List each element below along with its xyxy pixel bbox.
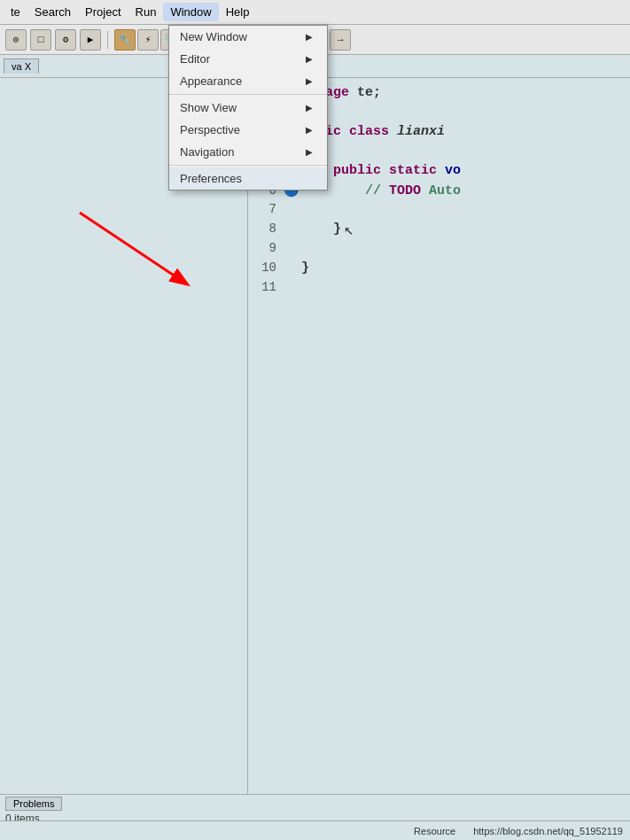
menu-sep-2 <box>169 165 327 166</box>
svg-line-1 <box>80 213 186 284</box>
tab-label: va X <box>12 61 31 72</box>
toolbar-icon-1[interactable]: 🔧 <box>114 29 136 51</box>
menu-label-perspective: Perspective <box>180 123 240 136</box>
menu-item-navigation[interactable]: Navigation ▶ <box>169 141 327 163</box>
line-num-7: 7 <box>248 202 284 216</box>
menu-label-navigation: Navigation <box>180 145 234 159</box>
code-close-outer: } <box>301 261 309 276</box>
menubar: te Search Project Run Window Help <box>0 0 630 25</box>
menu-label-editor: Editor <box>180 52 210 66</box>
status-url: https://blog.csdn.net/qq_51952119 <box>473 826 623 836</box>
code-close-inner: } <box>301 222 341 237</box>
menubar-run[interactable]: Run <box>128 3 164 21</box>
menu-label-show-view: Show View <box>180 101 237 114</box>
problems-tab[interactable]: Problems <box>5 797 62 811</box>
toolbar-btn-4[interactable]: ▶ <box>80 29 101 51</box>
annotation-arrow <box>53 204 213 315</box>
toolbar-sep-1 <box>107 31 108 49</box>
menubar-window[interactable]: Window <box>163 3 218 21</box>
menu-item-show-view[interactable]: Show View ▶ <box>169 97 327 119</box>
menu-arrow-navigation: ▶ <box>306 147 313 157</box>
menubar-project[interactable]: Project <box>78 3 128 21</box>
code-line-10: 10 } <box>248 261 630 280</box>
toolbar-icon-2[interactable]: ⚡ <box>137 29 159 51</box>
line-num-10: 10 <box>248 261 284 275</box>
line-num-8: 8 <box>248 222 284 236</box>
menu-arrow-new-window: ▶ <box>306 32 313 42</box>
toolbar-nav-forward[interactable]: → <box>330 29 351 51</box>
editor-tab[interactable]: va X <box>4 58 39 74</box>
window-dropdown-menu: New Window ▶ Editor ▶ Appearance ▶ Show … <box>168 25 328 191</box>
toolbar-btn-2[interactable]: □ <box>30 29 51 51</box>
menu-item-preferences[interactable]: Preferences <box>169 167 327 190</box>
menu-arrow-perspective: ▶ <box>306 125 313 135</box>
line-num-9: 9 <box>248 241 284 255</box>
menu-label-new-window: New Window <box>180 30 247 43</box>
menu-item-new-window[interactable]: New Window ▶ <box>169 26 327 48</box>
menubar-help[interactable]: Help <box>219 3 257 21</box>
menu-arrow-show-view: ▶ <box>306 103 313 113</box>
code-line-8: 8 } <box>248 222 630 241</box>
code-line-11: 11 <box>248 280 630 299</box>
menu-arrow-appearance: ▶ <box>306 76 313 86</box>
toolbar-btn-1[interactable]: ⊙ <box>5 29 27 51</box>
mouse-cursor: ↖ <box>344 220 354 239</box>
statusbar: Resource https://blog.csdn.net/qq_519521… <box>0 821 630 840</box>
bottom-tab-bar: Problems <box>5 797 625 811</box>
menu-arrow-editor: ▶ <box>306 54 313 64</box>
menu-item-appearance[interactable]: Appearance ▶ <box>169 70 327 92</box>
menubar-te[interactable]: te <box>4 3 27 21</box>
menu-label-appearance: Appearance <box>180 74 242 88</box>
toolbar-btn-3[interactable]: ⚙ <box>55 29 76 51</box>
code-line-9: 9 <box>248 241 630 261</box>
menu-item-editor[interactable]: Editor ▶ <box>169 48 327 70</box>
menu-sep-1 <box>169 94 327 95</box>
menu-label-preferences: Preferences <box>180 172 242 185</box>
menu-item-perspective[interactable]: Perspective ▶ <box>169 119 327 141</box>
menubar-search[interactable]: Search <box>27 3 78 21</box>
line-num-11: 11 <box>248 280 284 294</box>
resource-label: Resource <box>414 826 455 836</box>
code-line-7: 7 <box>248 202 630 222</box>
